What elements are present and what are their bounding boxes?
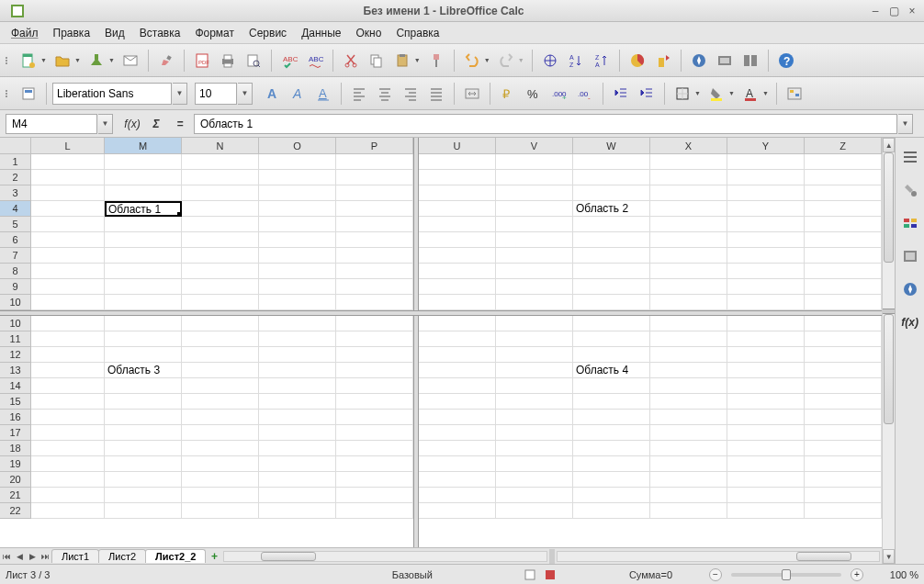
font-color-button[interactable]: A xyxy=(738,82,762,106)
functions-icon[interactable]: f(x) xyxy=(898,310,922,334)
cell[interactable] xyxy=(573,488,650,503)
cell[interactable] xyxy=(727,232,805,248)
cell[interactable] xyxy=(496,363,573,378)
cell[interactable] xyxy=(182,441,259,456)
cell[interactable] xyxy=(259,425,336,441)
tab-next-button[interactable]: ▶ xyxy=(26,549,39,564)
cell[interactable] xyxy=(259,472,336,488)
cell[interactable] xyxy=(105,503,182,519)
hscroll-thumb-right[interactable] xyxy=(796,552,851,561)
hyperlink-button[interactable] xyxy=(538,49,562,73)
cell[interactable] xyxy=(182,232,259,248)
cell[interactable] xyxy=(419,425,496,441)
cell[interactable] xyxy=(419,201,496,217)
align-center-button[interactable] xyxy=(373,82,397,106)
percent-button[interactable]: % xyxy=(522,82,546,106)
underline-button[interactable]: A xyxy=(311,82,335,106)
menu-view[interactable]: Вид xyxy=(97,24,132,42)
column-header[interactable]: V xyxy=(496,138,573,153)
cell[interactable] xyxy=(31,363,105,378)
column-header[interactable]: L xyxy=(31,138,105,153)
cell[interactable] xyxy=(727,410,805,425)
name-box[interactable] xyxy=(6,114,97,134)
cell[interactable] xyxy=(31,201,105,217)
cell[interactable] xyxy=(105,441,182,456)
tab-prev-button[interactable]: ◀ xyxy=(13,549,26,564)
cell[interactable] xyxy=(805,316,882,331)
cell[interactable] xyxy=(419,378,496,394)
cell[interactable] xyxy=(182,154,259,170)
cell[interactable] xyxy=(573,331,650,347)
cell[interactable] xyxy=(105,456,182,472)
cell[interactable] xyxy=(336,201,413,217)
cell[interactable] xyxy=(805,378,882,394)
navigator-icon[interactable] xyxy=(898,277,922,301)
email-button[interactable] xyxy=(118,49,142,73)
cell[interactable] xyxy=(805,441,882,456)
cell[interactable] xyxy=(573,154,650,170)
cell[interactable] xyxy=(496,347,573,363)
cell[interactable] xyxy=(105,154,182,170)
cell[interactable] xyxy=(650,201,727,217)
row-header[interactable]: 15 xyxy=(0,394,31,410)
cell[interactable] xyxy=(336,503,413,519)
merge-cells-button[interactable] xyxy=(460,82,484,106)
cut-button[interactable] xyxy=(339,49,363,73)
row-header[interactable]: 19 xyxy=(0,456,31,472)
cell[interactable] xyxy=(727,472,805,488)
cell[interactable] xyxy=(727,154,805,170)
cell[interactable] xyxy=(496,185,573,201)
cell[interactable] xyxy=(805,232,882,248)
cell[interactable] xyxy=(727,425,805,441)
cell[interactable] xyxy=(182,378,259,394)
vscroll-thumb-top[interactable] xyxy=(884,152,894,263)
cell[interactable] xyxy=(650,363,727,378)
new-dropdown[interactable]: ▼ xyxy=(40,57,47,63)
cell[interactable] xyxy=(496,201,573,217)
zoom-label[interactable]: 100 % xyxy=(873,569,918,580)
cell[interactable] xyxy=(336,488,413,503)
cell[interactable] xyxy=(805,410,882,425)
align-right-button[interactable] xyxy=(399,82,423,106)
cell[interactable] xyxy=(336,472,413,488)
cell[interactable] xyxy=(650,295,727,310)
help-button[interactable]: ? xyxy=(774,49,798,73)
row-header[interactable]: 7 xyxy=(0,248,31,264)
cell[interactable] xyxy=(336,425,413,441)
row-header[interactable]: 1 xyxy=(0,154,31,170)
cell[interactable] xyxy=(336,410,413,425)
cell[interactable] xyxy=(105,279,182,295)
cell[interactable] xyxy=(182,279,259,295)
cell[interactable] xyxy=(496,331,573,347)
cell[interactable] xyxy=(650,347,727,363)
cell[interactable] xyxy=(259,170,336,185)
cell[interactable] xyxy=(496,264,573,279)
cell[interactable] xyxy=(727,170,805,185)
cell[interactable] xyxy=(727,394,805,410)
borders-dropdown[interactable]: ▼ xyxy=(694,90,701,96)
cell[interactable] xyxy=(650,170,727,185)
gallery-button[interactable] xyxy=(713,49,737,73)
font-name-input[interactable] xyxy=(52,83,172,105)
cell[interactable] xyxy=(182,331,259,347)
cell[interactable] xyxy=(727,331,805,347)
cell[interactable] xyxy=(105,264,182,279)
cell[interactable] xyxy=(496,472,573,488)
cell[interactable] xyxy=(182,394,259,410)
function-button[interactable]: = xyxy=(170,114,190,134)
sort-asc-button[interactable]: AZ xyxy=(564,49,588,73)
print-preview-button[interactable] xyxy=(242,49,265,73)
cell[interactable] xyxy=(259,378,336,394)
cell[interactable] xyxy=(805,488,882,503)
cell[interactable] xyxy=(650,394,727,410)
cell[interactable] xyxy=(259,410,336,425)
cell[interactable] xyxy=(496,248,573,264)
cell[interactable] xyxy=(805,295,882,310)
cell[interactable] xyxy=(573,295,650,310)
cell[interactable] xyxy=(573,248,650,264)
cell[interactable] xyxy=(105,170,182,185)
cell[interactable] xyxy=(105,488,182,503)
bold-button[interactable]: A xyxy=(260,82,284,106)
cell[interactable]: Область 3 xyxy=(105,363,182,378)
cell[interactable] xyxy=(31,425,105,441)
